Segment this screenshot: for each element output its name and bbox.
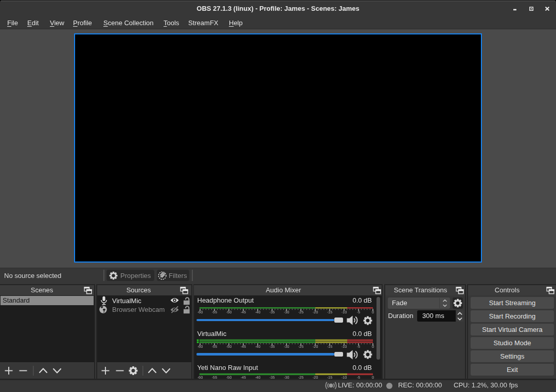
- svg-text:-45: -45: [240, 344, 246, 349]
- svg-text:-5: -5: [356, 310, 360, 314]
- svg-text:-40: -40: [255, 375, 260, 378]
- svg-text:-25: -25: [298, 375, 303, 378]
- svg-text:-30: -30: [283, 344, 289, 349]
- svg-text:-15: -15: [327, 375, 332, 378]
- svg-text:-55: -55: [211, 375, 217, 378]
- svg-text:0: 0: [371, 310, 373, 314]
- svg-text:-30: -30: [283, 310, 289, 314]
- svg-text:-10: -10: [341, 310, 347, 314]
- svg-text:-50: -50: [226, 375, 231, 378]
- svg-text:-40: -40: [255, 310, 260, 314]
- svg-text:-60: -60: [197, 375, 203, 378]
- svg-text:-45: -45: [240, 375, 246, 378]
- svg-text:-45: -45: [240, 310, 246, 314]
- svg-text:-55: -55: [211, 344, 217, 349]
- svg-text:-10: -10: [341, 375, 347, 378]
- svg-text:-40: -40: [255, 344, 260, 349]
- svg-text:-20: -20: [312, 310, 318, 314]
- svg-text:-5: -5: [356, 344, 360, 349]
- svg-text:-50: -50: [226, 310, 231, 314]
- svg-text:-35: -35: [269, 344, 275, 349]
- svg-text:-25: -25: [298, 310, 303, 314]
- svg-text:-15: -15: [327, 310, 332, 314]
- svg-text:-15: -15: [327, 344, 332, 349]
- svg-text:-30: -30: [283, 375, 289, 378]
- svg-text:-20: -20: [312, 344, 318, 349]
- svg-text:-10: -10: [341, 344, 347, 349]
- svg-text:-35: -35: [269, 310, 275, 314]
- svg-text:0: 0: [371, 344, 373, 349]
- svg-text:-50: -50: [226, 344, 231, 349]
- svg-text:-60: -60: [197, 310, 203, 314]
- svg-text:-35: -35: [269, 375, 275, 378]
- svg-text:-20: -20: [312, 375, 318, 378]
- svg-text:-5: -5: [356, 375, 360, 378]
- svg-text:0: 0: [371, 375, 373, 378]
- svg-text:-60: -60: [197, 344, 203, 349]
- svg-text:-25: -25: [298, 344, 303, 349]
- svg-text:-55: -55: [211, 310, 217, 314]
